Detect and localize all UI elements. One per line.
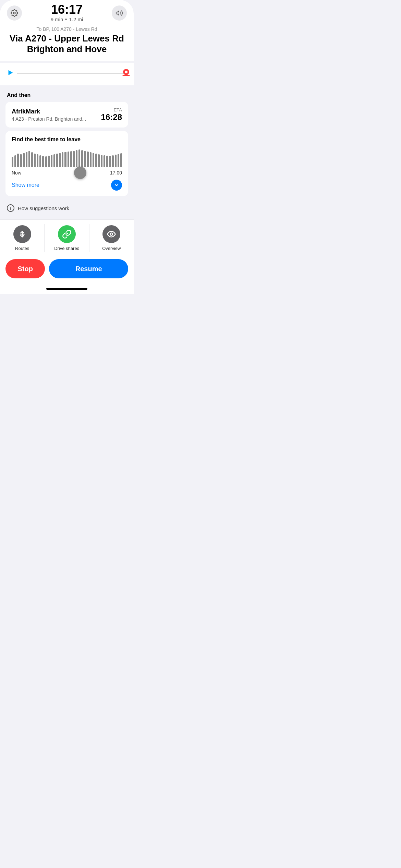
traffic-bar (78, 149, 80, 167)
progress-track (17, 73, 127, 74)
traffic-bar (26, 152, 27, 167)
distance: 1.2 mi (69, 16, 83, 22)
overview-label: Overview (102, 246, 121, 251)
traffic-bar (104, 155, 105, 167)
traffic-bar (31, 152, 33, 167)
traffic-bar (20, 154, 22, 167)
traffic-bar (112, 155, 114, 167)
traffic-bar (12, 157, 13, 167)
time-container: 16:17 9 min 1.2 mi (51, 3, 83, 22)
traffic-bar (62, 152, 63, 167)
progress-fill (17, 73, 116, 74)
traffic-bar (115, 155, 117, 167)
settings-button[interactable] (7, 5, 22, 21)
traffic-bar (51, 155, 52, 167)
nav-item-overview[interactable]: Overview (89, 224, 134, 252)
route-header: To BP, 100 A270 - Lewes Rd Via A270 - Up… (0, 22, 134, 61)
drive-shared-label: Drive shared (54, 246, 80, 251)
traffic-bar (48, 156, 50, 167)
svg-point-9 (110, 233, 113, 236)
and-then-section: And then AfrikMark 4 A23 - Preston Rd, B… (0, 87, 134, 219)
next-destination-card: AfrikMark 4 A23 - Preston Rd, Brighton a… (5, 102, 128, 128)
traffic-bar (87, 152, 88, 167)
and-then-label: And then (0, 87, 134, 102)
traffic-bar (56, 154, 58, 167)
destination-pin (121, 69, 131, 78)
traffic-bar (53, 154, 55, 167)
traffic-bar (76, 150, 77, 167)
resume-button[interactable]: Resume (49, 259, 128, 278)
home-bar (46, 288, 87, 290)
show-more-button[interactable]: Show more (12, 182, 39, 188)
routes-icon-circle (13, 225, 31, 243)
traffic-bar (59, 153, 61, 167)
traffic-bar (17, 154, 19, 167)
traffic-bar (23, 153, 25, 167)
traffic-bar (70, 151, 72, 167)
time-range-start: Now (12, 170, 21, 176)
bottom-buttons: Stop Resume (0, 255, 134, 285)
info-icon: i (7, 204, 14, 212)
traffic-bar (73, 151, 75, 167)
eta-box: ETA 16:28 (101, 107, 122, 122)
traffic-bar (37, 154, 38, 167)
progress-section (0, 63, 134, 85)
slider-thumb[interactable] (74, 167, 86, 179)
traffic-bar (68, 152, 69, 167)
arrow-icon (7, 69, 14, 78)
next-dest-address: 4 A23 - Preston Rd, Brighton and... (12, 116, 86, 122)
nav-item-routes[interactable]: Routes (0, 224, 45, 252)
traffic-bar (118, 154, 119, 167)
next-dest-name: AfrikMark (12, 108, 86, 115)
time-range[interactable]: Now 17:00 (12, 170, 122, 176)
show-more-row: Show more (12, 180, 122, 191)
next-dest-info: AfrikMark 4 A23 - Preston Rd, Brighton a… (12, 108, 86, 122)
separator-dot (65, 19, 67, 20)
stop-button[interactable]: Stop (5, 259, 45, 278)
traffic-bar (64, 152, 66, 167)
traffic-bar (109, 156, 111, 167)
route-via: Via A270 - Upper Lewes Rd Brighton and H… (7, 33, 127, 55)
traffic-bar (101, 155, 102, 167)
suggestions-info-row[interactable]: i How suggestions work (0, 200, 134, 217)
traffic-bar (28, 151, 30, 167)
overview-icon-circle (102, 225, 120, 243)
traffic-bar (90, 152, 92, 167)
traffic-bar (93, 153, 94, 167)
bottom-nav: Routes Drive shared Overview (0, 219, 134, 255)
time-range-end: 17:00 (110, 170, 122, 176)
traffic-bar (84, 151, 86, 167)
traffic-bar (81, 150, 83, 167)
svg-marker-1 (116, 11, 119, 15)
best-time-card: Find the best time to leave Now 17:00 Sh… (5, 131, 128, 196)
svg-point-4 (125, 71, 127, 73)
volume-button[interactable] (112, 5, 127, 21)
traffic-bar (39, 155, 41, 167)
progress-bar-container (7, 68, 127, 79)
traffic-bar (14, 155, 16, 167)
svg-point-0 (13, 12, 15, 14)
status-bar: 16:17 9 min 1.2 mi (0, 0, 134, 22)
home-indicator (0, 285, 134, 294)
suggestions-text: How suggestions work (18, 205, 69, 211)
routes-label: Routes (15, 246, 29, 251)
time-sub: 9 min 1.2 mi (51, 16, 83, 22)
svg-marker-2 (9, 70, 13, 75)
traffic-bar (98, 154, 100, 167)
traffic-bar (34, 154, 36, 167)
traffic-bar (45, 156, 47, 167)
traffic-bar (120, 153, 122, 167)
traffic-bar (95, 154, 97, 167)
duration: 9 min (51, 16, 63, 22)
traffic-bar (106, 156, 108, 167)
bars-container (12, 147, 122, 167)
route-to: To BP, 100 A270 - Lewes Rd (7, 26, 127, 32)
eta-label: ETA (101, 107, 122, 112)
nav-item-drive-shared[interactable]: Drive shared (45, 224, 89, 252)
traffic-bar (42, 156, 44, 167)
time-display: 16:17 (51, 3, 83, 16)
chevron-down-button[interactable] (111, 180, 122, 191)
drive-shared-icon-circle (58, 225, 76, 243)
best-time-title: Find the best time to leave (12, 136, 122, 143)
eta-time: 16:28 (101, 112, 122, 122)
